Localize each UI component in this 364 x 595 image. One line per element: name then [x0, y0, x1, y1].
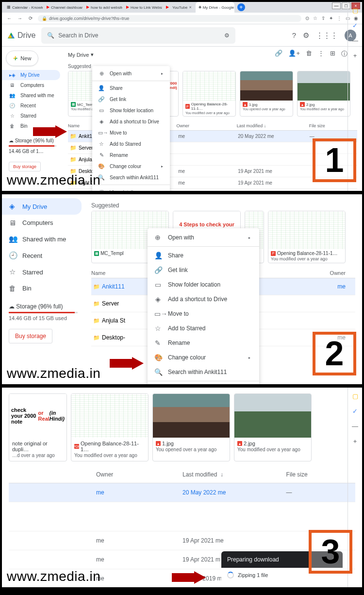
ctx-share[interactable]: 👤Share	[148, 248, 259, 263]
search-input[interactable]: 🔍Search in Drive⚙	[41, 27, 235, 44]
ctx-move[interactable]: ▭→Move to	[148, 306, 259, 321]
tab[interactable]: ▶Channel dashboard -×	[44, 2, 83, 13]
reload-icon[interactable]: ⟳	[27, 16, 34, 21]
ctx-shortcut[interactable]: ◈Add a shortcut to Drive	[148, 292, 259, 306]
table-row[interactable]: me19 Apr 2021 me	[9, 531, 355, 550]
table-row[interactable]	[9, 502, 355, 531]
help-icon[interactable]: ?	[292, 31, 296, 39]
search-icon[interactable]: ⊙	[305, 16, 309, 21]
sidebar-starred[interactable]: ☆Starred	[2, 264, 82, 280]
tab-active[interactable]: ◈My Drive - Google Dri×	[196, 2, 234, 13]
step-number: 3	[309, 530, 352, 574]
star-icon: ☆	[9, 113, 16, 119]
add-icon[interactable]: +	[353, 438, 357, 445]
tab[interactable]: ▶How to Link Website t×	[123, 2, 162, 13]
ctx-share[interactable]: 👤Share	[92, 83, 170, 94]
pdf-icon: P	[185, 104, 190, 109]
storage-info[interactable]: ☁ Storage (96% full)14.46 GB of 15 GB us…	[2, 299, 84, 325]
buy-storage-button[interactable]: Buy storage	[9, 162, 41, 171]
sidebar-computers[interactable]: 🖥Computers	[2, 215, 82, 231]
keep-icon[interactable]: ▢	[352, 392, 358, 400]
new-button[interactable]: +New	[6, 51, 38, 66]
ctx-search-within[interactable]: 🔍Search within Ankit111	[92, 172, 170, 183]
ctx-search-within[interactable]: 🔍Search within Ankit111	[148, 365, 259, 379]
forward-icon[interactable]: →	[17, 16, 23, 21]
card-thumb	[240, 71, 293, 101]
table-row[interactable]: me20 May 2022 me—	[9, 483, 355, 502]
tab[interactable]: ▶YouTube×	[163, 2, 195, 13]
url-field[interactable]: 🔒drive.google.com/drive/my-drive?ths=tru…	[38, 15, 301, 22]
card[interactable]: ▲2.jpgYou modified over a year ago	[297, 71, 350, 117]
sidebar-recent[interactable]: 🕘Recent	[2, 247, 82, 264]
filter-icon[interactable]: ⚙	[224, 32, 230, 39]
ctx-show-location[interactable]: ▭Show folder location	[92, 105, 170, 116]
spinner-icon	[227, 572, 234, 578]
star-icon: ☆	[9, 268, 16, 276]
menu-icon[interactable]: ⋮	[337, 16, 342, 21]
ctx-colour[interactable]: 🎨Change colour▸	[148, 350, 259, 365]
card[interactable]: check your 2000 noteor Real (in Hindi)no…	[9, 393, 67, 461]
card[interactable]: ▲ 1.jpgYou opened over a year ago	[152, 393, 230, 461]
add-icon[interactable]: +	[353, 52, 357, 59]
share-icon[interactable]: ⇪	[321, 16, 325, 21]
ctx-details[interactable]: ⓘView details	[148, 383, 259, 385]
ext-icon[interactable]: ✦	[329, 16, 333, 21]
gear-icon[interactable]: ⚙	[303, 31, 309, 40]
trash-icon: 🗑	[9, 123, 16, 129]
tab[interactable]: ▶how to add website lin×	[83, 2, 122, 13]
sidebar-starred[interactable]: ☆Starred	[2, 111, 60, 121]
ctx-star[interactable]: ☆Add to Starred	[148, 321, 259, 336]
sidebar-my-drive[interactable]: ▸◈My Drive	[2, 70, 60, 80]
ctx-colour[interactable]: 🎨Change colour▸	[92, 161, 170, 172]
ctx-rename[interactable]: ✎Rename	[148, 336, 259, 350]
minimize-button[interactable]: —	[332, 2, 341, 9]
open-icon: ⊕	[98, 70, 105, 77]
ctx-shortcut[interactable]: ◈Add a shortcut to Drive	[92, 116, 170, 127]
tasks-icon[interactable]: ✓	[352, 22, 358, 29]
ctx-open-with[interactable]: ⊕Open with▸	[92, 68, 170, 79]
chevron-down-icon: ▾	[91, 51, 94, 58]
share-icon[interactable]: 👤+	[288, 50, 300, 58]
sidebar-shared[interactable]: 👥Shared with me	[2, 90, 60, 101]
ctx-rename[interactable]: ✎Rename	[92, 150, 170, 161]
ctx-star[interactable]: ☆Add to Starred	[92, 138, 170, 150]
grid-icon[interactable]: ⊞	[330, 50, 335, 58]
watermark: www.zmedia.in	[7, 569, 100, 584]
card[interactable]: POpening Balance-28-11-1…You modified ov…	[268, 211, 346, 263]
info-icon[interactable]: ⓘ	[341, 50, 347, 58]
close-icon[interactable]: ×	[189, 5, 191, 10]
trash-icon[interactable]: 🗑	[306, 50, 312, 58]
sidebar-shared[interactable]: 👥Shared with me	[2, 231, 82, 247]
more-icon[interactable]: ⋮	[318, 50, 324, 58]
ctx-open-with[interactable]: ⊕Open with▸	[148, 230, 259, 245]
tab[interactable]: ▦Calendar - Knowledge×	[4, 2, 43, 13]
sidebar-my-drive[interactable]: ◈My Drive	[2, 198, 82, 215]
sidebar-computers[interactable]: 🖥Computers	[2, 80, 60, 90]
new-tab-button[interactable]: +	[237, 3, 245, 11]
star-icon[interactable]: ☆	[313, 16, 317, 21]
sidebar-bin[interactable]: 🗑Bin	[2, 280, 82, 296]
drive-logo[interactable]: Drive	[8, 31, 35, 40]
apps-icon[interactable]: ⋮⋮⋮	[316, 31, 338, 40]
ctx-get-link[interactable]: 🔗Get link	[92, 94, 170, 105]
card[interactable]: ▲ 2.jpgYou modified over a year ago	[234, 393, 312, 461]
ctx-show-location[interactable]: ▭Show folder location	[148, 277, 259, 292]
tasks-icon[interactable]: ✓	[352, 408, 358, 415]
sidebar-recent[interactable]: 🕘Recent	[2, 101, 60, 111]
computer-icon: 🖥	[9, 219, 16, 227]
drive-title: Drive	[17, 31, 35, 40]
link-icon[interactable]: 🔗	[275, 50, 282, 58]
ctx-get-link[interactable]: 🔗Get link	[148, 263, 259, 277]
card[interactable]: PDF Opening Balance-28-11-1…You modified…	[71, 393, 149, 461]
back-icon[interactable]: ←	[6, 16, 13, 21]
keep-icon[interactable]: ▢	[352, 7, 358, 14]
card[interactable]: POpening Balance-28-11-1…You modified ov…	[182, 71, 236, 117]
buy-storage-button[interactable]: Buy storage	[9, 329, 52, 343]
ctx-details[interactable]: ⓘView details	[92, 187, 170, 192]
step-number: 1	[313, 138, 356, 182]
storage-bar	[9, 145, 56, 147]
ctx-move[interactable]: ▭→Move to	[92, 127, 170, 138]
card-thumb	[298, 71, 350, 101]
card[interactable]: ▲1.jpgYou opened over a year ago	[240, 71, 293, 117]
arrow-down-icon: ↓	[220, 471, 223, 478]
